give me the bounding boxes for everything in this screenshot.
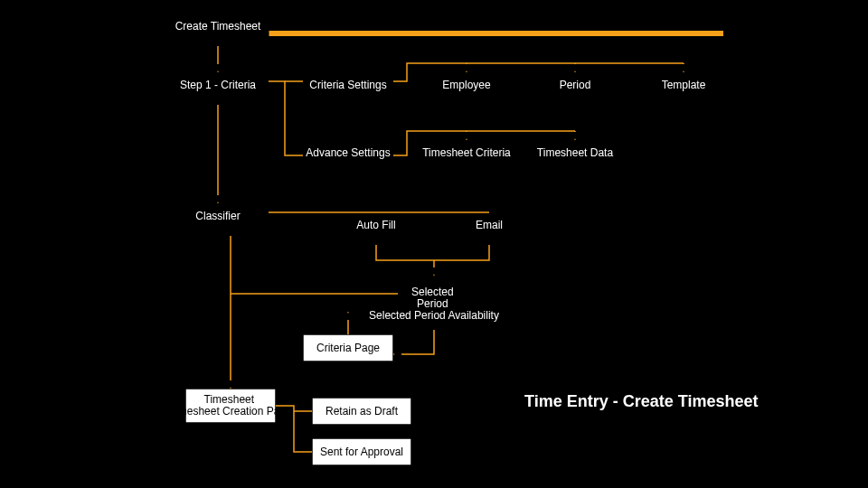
label: Auto Fill (356, 219, 395, 231)
node-timesheet-criteria: Timesheet Criteria (416, 140, 517, 173)
label: Employee (442, 79, 491, 91)
node-retain: Retain as Draft (312, 398, 411, 425)
connectors: Yes No (218, 46, 684, 452)
node-classifier: Classifier (167, 203, 269, 236)
node-period: Period (524, 72, 626, 105)
label-yes: Yes (380, 279, 398, 292)
label: Create Timesheet (175, 20, 261, 33)
label-no: No (439, 332, 453, 344)
label: Timesheet Data (537, 146, 614, 159)
label: Criteria Page (316, 342, 380, 354)
label: Sent for Approval (320, 446, 403, 458)
node-employee: Employee (416, 72, 517, 105)
node-criteria-settings: Criteria Settings (303, 72, 393, 105)
label: Criteria Settings (309, 79, 386, 91)
node-advance-settings: Advance Settings (303, 140, 393, 173)
label: Template (662, 79, 706, 91)
label: Advance Settings (306, 146, 390, 159)
node-sent: Sent for Approval (312, 438, 411, 465)
node-autofill: Auto Fill (326, 212, 427, 245)
node-step1: Step 1 - Criteria (167, 72, 269, 105)
node-create-page: Timesheet Timesheet Creation Page (169, 389, 292, 423)
label: Email (476, 219, 503, 231)
node-criteria-page: Criteria Page (303, 334, 393, 361)
label: Step 1 - Criteria (180, 79, 256, 91)
node-timesheet-data: Timesheet Data (524, 140, 626, 173)
label: Timesheet Criteria (422, 146, 511, 159)
node-template: Template (633, 72, 734, 105)
node-create-timesheet: Create Timesheet (167, 14, 269, 46)
node-email: Email (439, 212, 540, 245)
label: Period (560, 79, 591, 91)
label: Retain as Draft (326, 405, 399, 418)
page-title: Time Entry - Create Timesheet (524, 392, 758, 410)
label: Classifier (195, 210, 240, 222)
